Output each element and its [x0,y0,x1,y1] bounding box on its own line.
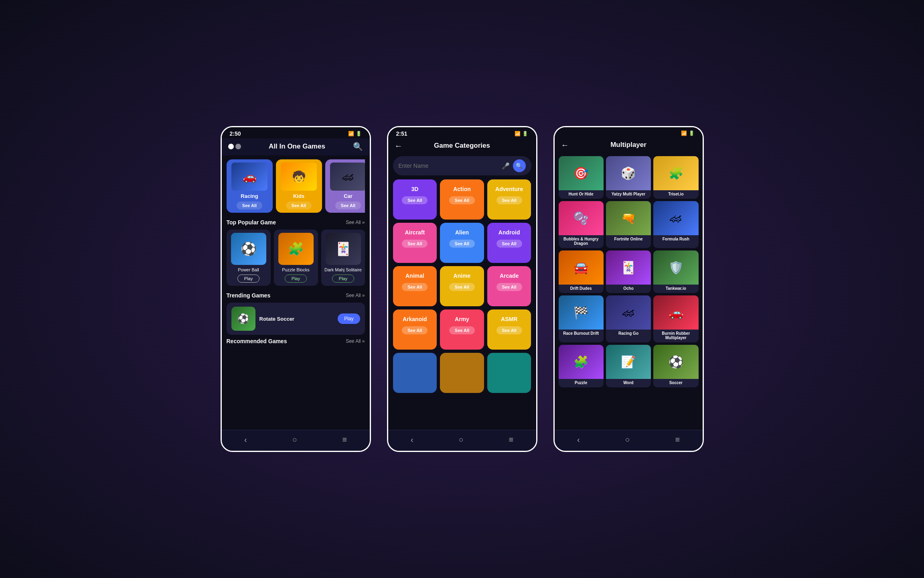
mp-name-ocho: Ocho [622,285,635,293]
mp-card-soccer[interactable]: ⚽ Soccer [653,345,698,387]
popular-card-mahjong: 🃏 Dark Mahj Solitaire Play [321,230,365,286]
mp-card-racinggo[interactable]: 🏎 Racing Go [606,295,651,342]
cat-see-all-alien[interactable]: See All [449,240,475,248]
mp-card-burnrubber[interactable]: 🚗 Burnin Rubber Multiplayer [653,295,698,342]
cat-tile-asmr[interactable]: ASMR See All [487,309,531,350]
mp-name-tankwar: Tankwar.io [664,285,688,293]
cat-see-all-arcade[interactable]: See All [496,283,522,291]
cat-tile-anime[interactable]: Anime See All [440,266,484,306]
cat-tile-alien[interactable]: Alien See All [440,223,484,263]
puzzle-name: Puzzle Blocks [282,267,309,272]
cat-tile-army[interactable]: Army See All [440,309,484,350]
header-search-button[interactable]: 🔍 [353,142,363,151]
nav-back-2[interactable]: ‹ [411,435,413,444]
recommended-see-all[interactable]: See All » [346,338,365,344]
puzzle-thumb: 🧩 [278,233,314,265]
mp-name-raceburn: Race Burnout Drift [561,330,600,338]
trending-card-soccer[interactable]: ⚽ Rotate Soccer Play [227,303,365,335]
mp-name-racinggo: Racing Go [617,330,640,338]
cat-name-arkanoid: Arkanoid [403,316,427,322]
wifi-icon-2: 📶 [515,131,521,136]
mp-card-word[interactable]: 📝 Word [606,345,651,387]
cat-name-anime: Anime [454,273,471,279]
status-bar-3: 📶 🔋 [555,127,703,138]
mp-card-yatzy[interactable]: 🎲 Yatzy Multi Player [606,156,651,199]
kids-see-all-button[interactable]: See All [286,201,312,210]
cat-tile-android[interactable]: Android See All [487,223,531,263]
cat-see-all-android[interactable]: See All [496,240,522,248]
mp-card-raceburn[interactable]: 🏁 Race Burnout Drift [559,295,604,342]
mp-card-hunt[interactable]: 🎯 Hunt Or Hide [559,156,604,199]
cat-name-action: Action [453,186,471,192]
cat-name-arcade: Arcade [500,273,519,279]
nav-back-1[interactable]: ‹ [244,435,247,444]
cat-see-all-aircraft[interactable]: See All [402,240,428,248]
cat-see-all-action[interactable]: See All [449,196,475,204]
mp-name-drift: Drift Dudes [569,285,594,293]
mp-card-ocho[interactable]: 🃏 Ocho [606,250,651,293]
mp-card-fortnite[interactable]: 🔫 Fortnite Online [606,201,651,248]
search-bar-2: 🎤 🔍 [393,156,531,175]
nav-back-3[interactable]: ‹ [577,435,580,444]
mp-name-puzzle2: Puzzle [573,379,589,387]
mp-card-formula[interactable]: 🏎 Formula Rush [653,201,698,248]
nav-menu-1[interactable]: ≡ [342,435,347,444]
mp-card-triset[interactable]: 🧩 Triset.io [653,156,698,199]
mahjong-thumb: 🃏 [326,233,361,265]
cat-tile-adventure[interactable]: Adventure See All [487,179,531,220]
phones-container: 2:50 📶 🔋 All In One Games 🔍 🚗 [221,126,704,452]
cat-tile-arcade[interactable]: Arcade See All [487,266,531,306]
cat-see-all-adventure[interactable]: See All [496,196,522,204]
racing-name: Racing [241,193,258,199]
racing-thumb: 🚗 [231,163,267,191]
cat-see-all-animal[interactable]: See All [402,283,428,291]
nav-home-1[interactable]: ○ [292,435,297,444]
cat-name-alien: Alien [455,229,469,236]
trending-see-all[interactable]: See All » [346,293,365,298]
car-see-all-button[interactable]: See All [335,201,361,210]
nav-home-2[interactable]: ○ [458,435,463,444]
nav-menu-3[interactable]: ≡ [675,435,680,444]
search-submit-button-2[interactable]: 🔍 [513,159,526,172]
trending-play-soccer-button[interactable]: Play [338,313,360,324]
cat-tile-3d[interactable]: 3D See All [393,179,437,220]
nav-home-3[interactable]: ○ [625,435,630,444]
kids-name: Kids [293,193,304,199]
mp-thumb-burnrubber: 🚗 [653,295,698,330]
mp-thumb-bubbles: 🫧 [559,201,604,235]
mp-name-yatzy: Yatzy Multi Player [610,190,647,199]
cat-see-all-3d[interactable]: See All [402,196,428,204]
back-button-3[interactable]: ← [561,140,569,150]
phone1-header: All In One Games 🔍 [222,138,370,155]
phone-3: 📶 🔋 ← Multiplayer 🎯 Hunt Or Hide 🎲 Yatzy… [553,126,704,452]
mp-card-puzzle2[interactable]: 🧩 Puzzle [559,345,604,387]
top-popular-see-all[interactable]: See All » [346,220,365,225]
search-input-2[interactable] [399,163,498,169]
status-time-2: 2:51 [396,130,407,137]
mp-card-bubbles[interactable]: 🫧 Bubbles & Hungry Dragon [559,201,604,248]
cat-see-all-arkanoid[interactable]: See All [402,326,428,334]
powerball-play-button[interactable]: Play [237,275,259,283]
status-icons-2: 📶 🔋 [515,131,528,136]
kids-thumb: 🧒 [281,163,317,191]
cat-tile-action[interactable]: Action See All [440,179,484,220]
cat-tile-animal[interactable]: Animal See All [393,266,437,306]
category-card-racing: 🚗 Racing See All [227,159,273,213]
nav-menu-2[interactable]: ≡ [509,435,513,444]
cat-tile-aircraft[interactable]: Aircraft See All [393,223,437,263]
app-logo [228,144,241,149]
cat-see-all-asmr[interactable]: See All [496,326,522,334]
cat-tile-arkanoid[interactable]: Arkanoid See All [393,309,437,350]
mp-card-tankwar[interactable]: 🛡️ Tankwar.io [653,250,698,293]
phone1-content: 🚗 Racing See All 🧒 Kids See All 🏎 [222,155,370,430]
back-button-2[interactable]: ← [395,141,403,151]
phone-2: 2:51 📶 🔋 ← Game Categories 🎤 🔍 3D See Al… [387,126,537,452]
mp-card-drift[interactable]: 🚘 Drift Dudes [559,250,604,293]
cat-see-all-anime[interactable]: See All [449,283,475,291]
mic-icon-2[interactable]: 🎤 [502,162,510,170]
puzzle-play-button[interactable]: Play [285,275,307,283]
mp-thumb-triset: 🧩 [653,156,698,190]
racing-see-all-button[interactable]: See All [237,201,262,210]
mahjong-play-button[interactable]: Play [332,275,354,283]
cat-see-all-army[interactable]: See All [449,326,475,334]
